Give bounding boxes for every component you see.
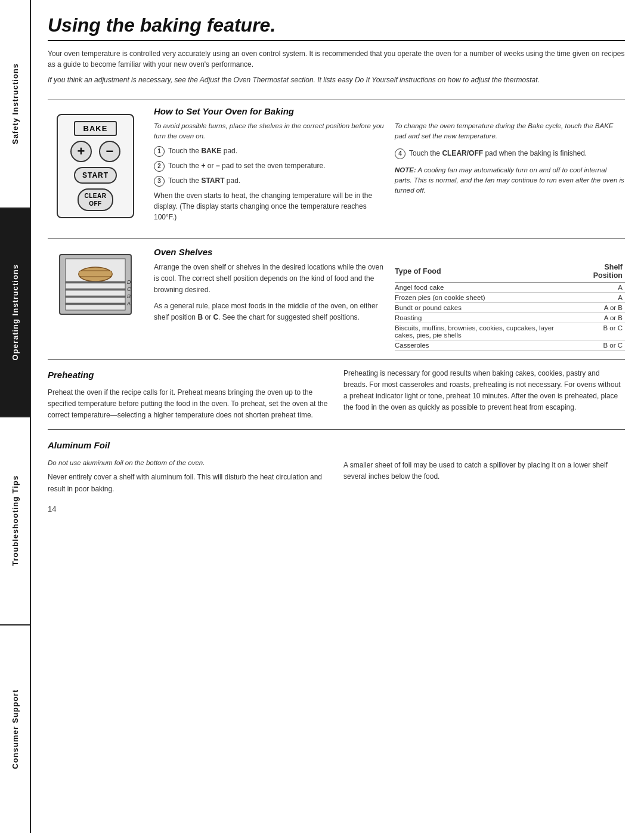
svg-rect-8 [66, 296, 125, 298]
shelves-left-text1: Arrange the oven shelf or shelves in the… [154, 262, 384, 296]
step-3-extra: When the oven starts to heat, the changi… [154, 190, 384, 222]
step-3-num: 3 [154, 176, 165, 187]
sidebar-label-operating: Operating Instructions [11, 264, 20, 360]
baking-instructions: How to Set Your Oven for Baking To avoid… [154, 106, 625, 226]
baking-col-right-italic: To change the oven temperature during th… [395, 121, 625, 142]
alfoil-right-col: A smaller sheet of foil may be used to c… [343, 438, 625, 495]
divider-2 [48, 238, 625, 239]
cooling-fan-note: NOTE: A cooling fan may automatically tu… [395, 165, 625, 196]
shelves-right-col: Type of Food Shelf Position Angel food c… [395, 262, 625, 351]
bake-bold: BAKE [201, 147, 221, 155]
shelves-left-text2: As a general rule, place most foods in t… [154, 301, 384, 323]
shelves-content: Oven Shelves Arrange the oven shelf or s… [154, 247, 625, 351]
c-bold: C [213, 313, 218, 321]
food-name-cell: Roasting [395, 312, 578, 323]
svg-text:A: A [126, 301, 131, 306]
alfoil-left-col: Aluminum Foil Do not use aluminum foil o… [48, 438, 329, 495]
baking-section: BAKE + − START CLEAR OFF How to Set Your… [48, 106, 625, 226]
b-bold: B [197, 313, 203, 321]
step-2-num: 2 [154, 161, 165, 172]
preheat-left-text: Preheat the oven if the recipe calls for… [48, 387, 329, 422]
clearoff-bold: CLEAR/OFF [442, 149, 483, 157]
baking-two-col: To avoid possible burns, place the shelv… [154, 121, 625, 226]
alfoil-section: Aluminum Foil Do not use aluminum foil o… [48, 438, 625, 495]
step-2: 2 Touch the + or − pad to set the oven t… [154, 160, 384, 172]
table-row: CasserolesB or C [395, 340, 625, 350]
position-col-header: Shelf Position [578, 262, 625, 283]
sidebar-section-operating: Operating Instructions [0, 209, 30, 417]
table-row: Frozen pies (on cookie sheet)A [395, 292, 625, 302]
svg-rect-1 [66, 259, 125, 310]
oven-shelf-svg: D C B A [57, 252, 134, 317]
shelf-position-cell: B or C [578, 340, 625, 350]
minus-bold: − [216, 162, 220, 170]
oven-plus-minus-row: + − [70, 141, 120, 162]
alfoil-left-text: Never entirely cover a shelf with alumin… [48, 472, 329, 494]
food-name-cell: Bundt or pound cakes [395, 302, 578, 312]
divider-1 [48, 100, 625, 100]
table-row: RoastingA or B [395, 312, 625, 323]
plus-minus-bold: + [201, 162, 205, 170]
sidebar-label-consumer: Consumer Support [11, 689, 20, 769]
baking-left-col: To avoid possible burns, place the shelv… [154, 121, 384, 226]
page-number: 14 [48, 504, 625, 513]
shelves-heading: Oven Shelves [154, 247, 625, 257]
alfoil-heading: Aluminum Foil [48, 438, 329, 453]
table-row: Bundt or pound cakesA or B [395, 302, 625, 312]
baking-right-col: To change the oven temperature during th… [395, 121, 625, 226]
preheat-heading: Preheating [48, 368, 329, 382]
shelf-position-cell: A or B [578, 312, 625, 323]
alfoil-left-italic: Do not use aluminum foil on the bottom o… [48, 457, 329, 468]
sidebar: Safety Instructions Operating Instructio… [0, 0, 31, 833]
divider-3 [48, 359, 625, 360]
food-col-header: Type of Food [395, 262, 578, 283]
page-title: Using the baking feature. [48, 14, 625, 41]
shelf-position-cell: B or C [578, 323, 625, 340]
step-4: 4 Touch the CLEAR/OFF pad when the bakin… [395, 148, 625, 159]
food-name-cell: Casseroles [395, 340, 578, 350]
divider-4 [48, 429, 625, 430]
svg-text:B: B [127, 293, 131, 299]
step-4-num: 4 [395, 148, 405, 159]
sidebar-section-safety: Safety Instructions [0, 0, 30, 209]
svg-text:C: C [127, 286, 131, 292]
sidebar-label-safety: Safety Instructions [11, 63, 20, 144]
svg-text:D: D [127, 279, 131, 285]
svg-rect-10 [66, 303, 125, 305]
intro-paragraph-1: Your oven temperature is controlled very… [48, 48, 625, 70]
main-content: Using the baking feature. Your oven temp… [31, 0, 644, 833]
shelves-text-col: Arrange the oven shelf or shelves in the… [154, 262, 625, 351]
shelves-left-col: Arrange the oven shelf or shelves in the… [154, 262, 384, 351]
start-bold: START [201, 176, 224, 185]
oven-plus-btn: + [70, 141, 92, 162]
oven-diagram-inner: BAKE + − START CLEAR OFF [57, 114, 134, 218]
oven-minus-btn: − [99, 141, 120, 162]
food-name-cell: Frozen pies (on cookie sheet) [395, 292, 578, 302]
svg-rect-4 [66, 281, 125, 283]
step-2-text: Touch the + or − pad to set the oven tem… [168, 160, 326, 171]
food-table: Type of Food Shelf Position Angel food c… [395, 262, 625, 351]
preheating-section: Preheating Preheat the oven if the recip… [48, 368, 625, 422]
alfoil-right-text: A smaller sheet of foil may be used to c… [343, 460, 625, 482]
shelf-position-cell: A [578, 282, 625, 292]
step-1-text: Touch the BAKE pad. [168, 145, 237, 156]
clear-label: CLEAR [85, 193, 107, 199]
shelf-position-cell: A or B [578, 302, 625, 312]
step-3: 3 Touch the START pad. [154, 175, 384, 187]
note-label: NOTE: [395, 166, 416, 174]
step-3-text: Touch the START pad. [168, 175, 240, 186]
svg-rect-3 [79, 271, 112, 277]
shelves-diagram: D C B A [48, 247, 143, 351]
preheat-right-text: Preheating is necessary for good results… [343, 368, 625, 414]
food-name-cell: Biscuits, muffins, brownies, cookies, cu… [395, 323, 578, 340]
food-name-cell: Angel food cake [395, 282, 578, 292]
step-1: 1 Touch the BAKE pad. [154, 145, 384, 157]
oven-start-btn: START [74, 167, 117, 184]
step-4-text: Touch the CLEAR/OFF pad when the baking … [409, 148, 587, 159]
shelves-section: D C B A Oven Shelves Arrange the oven sh… [48, 247, 625, 351]
sidebar-section-consumer: Consumer Support [0, 625, 30, 833]
oven-clearoff-btn: CLEAR OFF [78, 188, 114, 211]
preheat-right-col: Preheating is necessary for good results… [343, 368, 625, 422]
oven-bake-label: BAKE [74, 121, 117, 136]
oven-diagram: BAKE + − START CLEAR OFF [48, 106, 143, 226]
